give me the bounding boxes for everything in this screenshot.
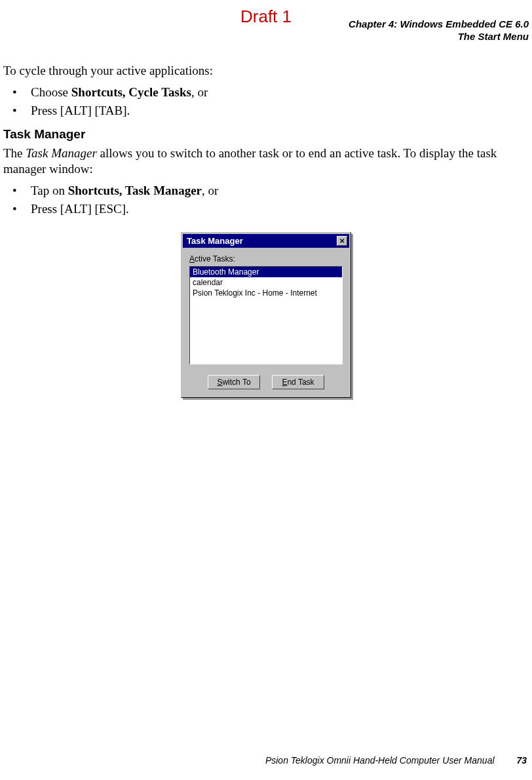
tm-para-pre: The bbox=[3, 146, 26, 160]
active-tasks-listbox[interactable]: Bluetooth Manager calendar Psion Teklogi… bbox=[189, 266, 343, 364]
footer-page-number: 73 bbox=[516, 755, 527, 766]
task-manager-list: Tap on Shortcuts, Task Manager, or Press… bbox=[3, 182, 529, 218]
list-item: Press [ALT] [TAB]. bbox=[3, 102, 529, 119]
list-item-bold: Shortcuts, Cycle Tasks bbox=[71, 85, 191, 99]
header-chapter: Chapter 4: Windows Embedded CE 6.0 bbox=[349, 18, 529, 31]
task-list-item[interactable]: Psion Teklogix Inc - Home - Internet bbox=[190, 288, 342, 298]
draft-watermark: Draft 1 bbox=[240, 7, 292, 27]
list-item: Press [ALT] [ESC]. bbox=[3, 201, 529, 218]
active-tasks-label: Active Tasks: bbox=[189, 254, 343, 263]
list-item: Choose Shortcuts, Cycle Tasks, or bbox=[3, 84, 529, 101]
active-tasks-accelerator: A bbox=[189, 254, 195, 263]
close-button[interactable]: ✕ bbox=[337, 236, 347, 246]
end-task-label: nd Task bbox=[287, 378, 314, 387]
switch-to-button[interactable]: Switch To bbox=[208, 375, 260, 389]
task-manager-window: Task Manager ✕ Active Tasks: Bluetooth M… bbox=[181, 232, 351, 398]
list-item-text: , or bbox=[202, 184, 218, 197]
task-manager-paragraph: The Task Manager allows you to switch to… bbox=[3, 146, 529, 177]
list-item: Tap on Shortcuts, Task Manager, or bbox=[3, 182, 529, 199]
cycle-tasks-list: Choose Shortcuts, Cycle Tasks, or Press … bbox=[3, 84, 529, 119]
close-icon: ✕ bbox=[339, 237, 345, 244]
list-item-bold: Shortcuts, Task Manager bbox=[68, 184, 202, 197]
list-item-text: Tap on bbox=[31, 184, 68, 197]
window-titlebar: Task Manager ✕ bbox=[183, 234, 349, 248]
end-task-button[interactable]: End Task bbox=[272, 375, 324, 389]
tm-para-emphasis: Task Manager bbox=[26, 146, 97, 160]
switch-to-label: witch To bbox=[222, 378, 250, 387]
task-list-item[interactable]: Bluetooth Manager bbox=[190, 267, 342, 277]
page-footer: Psion Teklogix Omnii Hand-Held Computer … bbox=[265, 755, 527, 766]
window-title-text: Task Manager bbox=[187, 236, 243, 246]
intro-paragraph: To cycle through your active application… bbox=[3, 63, 529, 79]
section-heading-task-manager: Task Manager bbox=[3, 127, 529, 142]
list-item-text: , or bbox=[191, 85, 208, 99]
active-tasks-label-text: ctive Tasks: bbox=[195, 254, 235, 263]
task-list-item[interactable]: calendar bbox=[190, 277, 342, 288]
header-section: The Start Menu bbox=[349, 31, 529, 43]
footer-manual-name: Psion Teklogix Omnii Hand-Held Computer … bbox=[265, 755, 495, 766]
list-item-text: Choose bbox=[31, 85, 71, 99]
page-header: Chapter 4: Windows Embedded CE 6.0 The S… bbox=[349, 18, 529, 43]
